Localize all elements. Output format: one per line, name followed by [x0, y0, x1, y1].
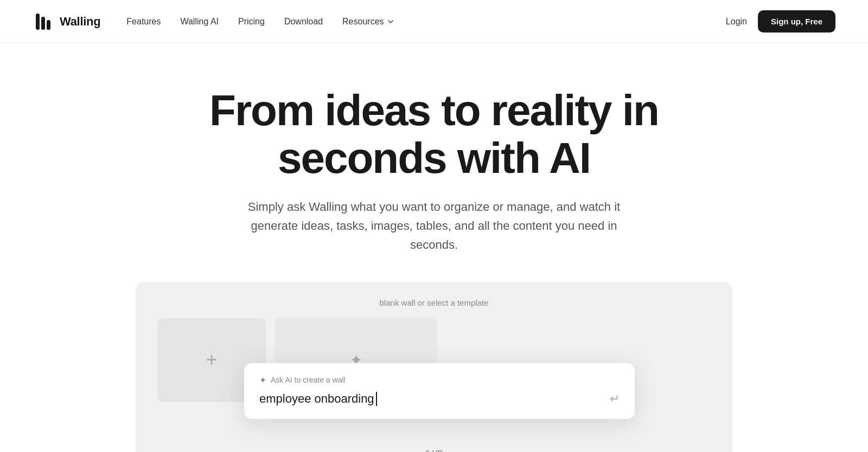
- nav-item-pricing[interactable]: Pricing: [238, 17, 265, 27]
- wand-small-icon: ✦: [259, 375, 266, 385]
- logo-icon: [33, 11, 53, 32]
- ai-prompt-label: ✦ Ask AI to create a wall: [259, 375, 620, 385]
- nav-item-resources[interactable]: Resources: [342, 17, 394, 27]
- ai-prompt-input-row: employee onboarding ↵: [259, 392, 620, 406]
- svg-rect-1: [41, 17, 45, 30]
- plus-icon: +: [206, 350, 217, 370]
- enter-icon: ↵: [610, 392, 620, 406]
- navbar-right: Login Sign up, Free: [726, 10, 835, 33]
- nav-item-features[interactable]: Features: [126, 17, 161, 27]
- nav-links: Features Walling AI Pricing Download Res…: [126, 17, 394, 27]
- hero-section: From ideas to reality in seconds with AI…: [0, 43, 868, 452]
- logo-text: Walling: [60, 15, 100, 29]
- app-preview: blank wall or select a template + ✦ ✦ As…: [136, 282, 732, 452]
- template-header-text: blank wall or select a template: [157, 298, 711, 307]
- nav-link-walling-ai[interactable]: Walling AI: [180, 17, 219, 26]
- svg-rect-2: [47, 20, 50, 30]
- logo-link[interactable]: Walling: [33, 11, 100, 32]
- navbar-left: Walling Features Walling AI Pricing Down…: [33, 11, 394, 32]
- preview-inner: blank wall or select a template + ✦ ✦ As…: [136, 282, 732, 418]
- ai-prompt-box[interactable]: ✦ Ask AI to create a wall employee onboa…: [244, 363, 635, 419]
- nav-link-pricing[interactable]: Pricing: [238, 17, 265, 26]
- login-button[interactable]: Login: [726, 17, 747, 27]
- hero-subtitle: Simply ask Walling what you want to orga…: [228, 197, 640, 255]
- signup-button[interactable]: Sign up, Free: [758, 10, 835, 33]
- text-cursor: [376, 392, 377, 406]
- svg-rect-0: [36, 14, 40, 30]
- nav-item-walling-ai[interactable]: Walling AI: [180, 17, 219, 27]
- navbar: Walling Features Walling AI Pricing Down…: [0, 0, 868, 43]
- nav-link-features[interactable]: Features: [126, 17, 161, 26]
- bottom-strip: & HR: [136, 440, 732, 452]
- bottom-strip-label: & HR: [157, 449, 711, 452]
- hero-title: From ideas to reality in seconds with AI: [136, 87, 732, 182]
- nav-link-resources[interactable]: Resources: [342, 17, 394, 27]
- nav-item-download[interactable]: Download: [284, 17, 323, 27]
- chevron-down-icon: [387, 18, 394, 25]
- nav-link-download[interactable]: Download: [284, 17, 323, 26]
- ai-prompt-text[interactable]: employee onboarding: [259, 392, 377, 406]
